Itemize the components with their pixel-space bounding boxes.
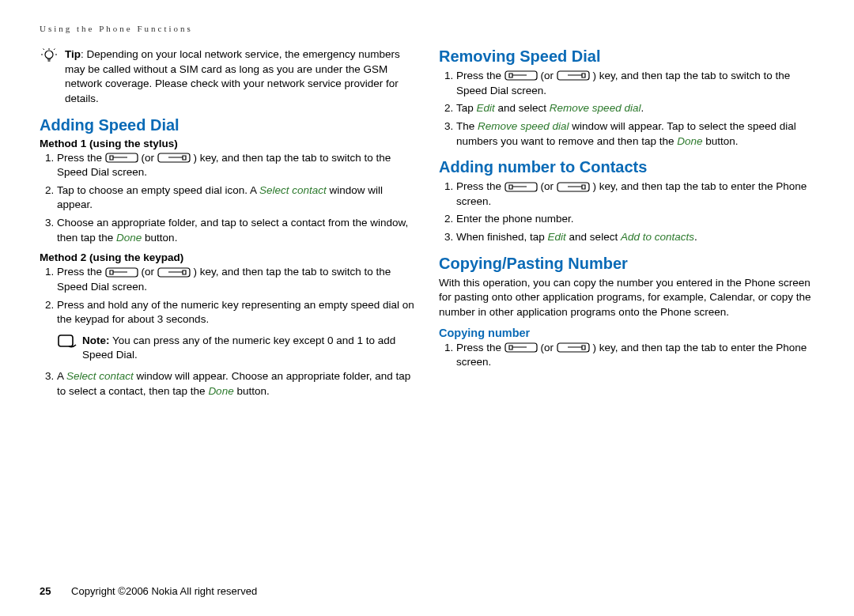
text: Choose an appropriate folder, and tap to… xyxy=(57,217,408,244)
heading-adding-number: Adding number to Contacts xyxy=(439,158,814,176)
right-softkey-icon xyxy=(157,153,191,164)
left-softkey-icon xyxy=(504,182,538,193)
right-softkey-icon xyxy=(557,70,590,81)
svg-line-8 xyxy=(43,49,45,51)
removing-list: Press the (or ) key, and then tap the ta… xyxy=(439,69,814,149)
list-item: A Select contact window will appear. Cho… xyxy=(57,369,415,399)
text: Press the xyxy=(456,180,504,192)
ui-label: Done xyxy=(208,385,233,397)
page-footer: 25 Copyright ©2006 Nokia All right reser… xyxy=(40,585,257,597)
ui-label: Remove speed dial xyxy=(478,120,569,132)
ui-label: Done xyxy=(116,232,142,244)
svg-rect-10 xyxy=(59,335,73,346)
left-softkey-icon xyxy=(105,267,138,278)
list-item: Press the (or ) key, and then tap the ta… xyxy=(57,151,415,180)
left-softkey-icon xyxy=(504,70,538,81)
heading-removing-speed-dial: Removing Speed Dial xyxy=(439,47,814,66)
note-label: Note: xyxy=(82,334,110,346)
list-item: The Remove speed dial window will appear… xyxy=(456,119,814,149)
ui-label: Edit xyxy=(548,231,566,243)
text: (or xyxy=(541,180,557,192)
subheading-method1: Method 1 (using the stylus) xyxy=(40,138,415,149)
text: button. xyxy=(234,385,270,397)
text: Press the xyxy=(57,152,105,164)
right-softkey-icon xyxy=(157,267,191,278)
text: The xyxy=(456,120,478,132)
ui-label: Remove speed dial xyxy=(550,102,641,114)
list-item: Enter the phone number. xyxy=(456,212,814,227)
subheading-method2: Method 2 (using the keypad) xyxy=(40,251,415,263)
right-column: Removing Speed Dial Press the (or ) key,… xyxy=(439,47,814,405)
ui-label: Edit xyxy=(477,102,495,114)
list-item: Choose an appropriate folder, and tap to… xyxy=(57,216,415,245)
right-softkey-icon xyxy=(557,342,590,353)
ui-label: Done xyxy=(677,135,702,147)
ui-label: Select contact xyxy=(66,370,134,382)
copyright: Copyright ©2006 Nokia All right reserved xyxy=(71,585,257,597)
text: When finished, tap xyxy=(456,231,548,243)
adding-number-list: Press the (or ) key, and then tap the ta… xyxy=(439,180,814,245)
text: and select xyxy=(566,231,621,243)
svg-point-2 xyxy=(45,51,53,59)
copying-list: Press the (or ) key, and then tap the ta… xyxy=(439,341,814,370)
left-softkey-icon xyxy=(105,153,138,164)
heading-copy-paste: Copying/Pasting Number xyxy=(439,255,814,273)
copy-paste-intro: With this operation, you can copy the nu… xyxy=(439,276,814,320)
tip-label: Tip xyxy=(65,48,81,60)
ui-label: Add to contacts xyxy=(621,231,694,243)
left-column: Tip: Depending on your local network ser… xyxy=(40,47,415,405)
text: Press the xyxy=(57,266,105,278)
text: button. xyxy=(142,232,177,244)
list-item: Tap Edit and select Remove speed dial. xyxy=(456,101,814,116)
text: (or xyxy=(142,152,157,164)
page-header: Using the Phone Functions xyxy=(40,24,814,33)
method1-list: Press the (or ) key, and then tap the ta… xyxy=(40,151,415,246)
tip-block: Tip: Depending on your local network ser… xyxy=(40,47,415,107)
method2-list: Press the (or ) key, and then tap the ta… xyxy=(40,265,415,327)
lightbulb-icon xyxy=(40,47,59,70)
text: button. xyxy=(702,135,738,147)
note-icon xyxy=(57,334,76,356)
list-item: Tap to choose an empty speed dial icon. … xyxy=(57,183,415,213)
text: . xyxy=(694,231,697,243)
svg-line-9 xyxy=(54,49,55,51)
page-number: 25 xyxy=(40,585,51,597)
list-item: Press the (or ) key, and then tap the ta… xyxy=(57,265,415,294)
text: Tap xyxy=(456,102,477,114)
text: (or xyxy=(541,70,557,81)
list-item: Press and hold any of the numeric key re… xyxy=(57,298,415,327)
method2-list-cont: A Select contact window will appear. Cho… xyxy=(40,369,415,399)
note-block: Note: You can press any of the numeric k… xyxy=(57,334,415,363)
note-text: You can press any of the numeric key exc… xyxy=(82,334,395,361)
list-item: Press the (or ) key, and then tap the ta… xyxy=(456,69,814,98)
text: . xyxy=(640,102,644,114)
content-columns: Tip: Depending on your local network ser… xyxy=(40,47,814,405)
right-softkey-icon xyxy=(557,182,590,193)
subheading-copying: Copying number xyxy=(439,327,814,339)
text: and select xyxy=(495,102,550,114)
text: A xyxy=(57,370,66,382)
text: Tap to choose an empty speed dial icon. … xyxy=(57,184,259,196)
text: (or xyxy=(541,342,557,353)
list-item: When finished, tap Edit and select Add t… xyxy=(456,230,814,245)
list-item: Press the (or ) key, and then tap the ta… xyxy=(456,341,814,370)
left-softkey-icon xyxy=(504,342,538,353)
tip-text: : Depending on your local network servic… xyxy=(65,48,400,104)
list-item: Press the (or ) key, and then tap the ta… xyxy=(456,180,814,209)
ui-label: Select contact xyxy=(259,184,327,196)
text: Press the xyxy=(456,342,504,353)
text: (or xyxy=(142,266,157,278)
text: Press the xyxy=(456,70,504,81)
heading-adding-speed-dial: Adding Speed Dial xyxy=(40,116,415,134)
